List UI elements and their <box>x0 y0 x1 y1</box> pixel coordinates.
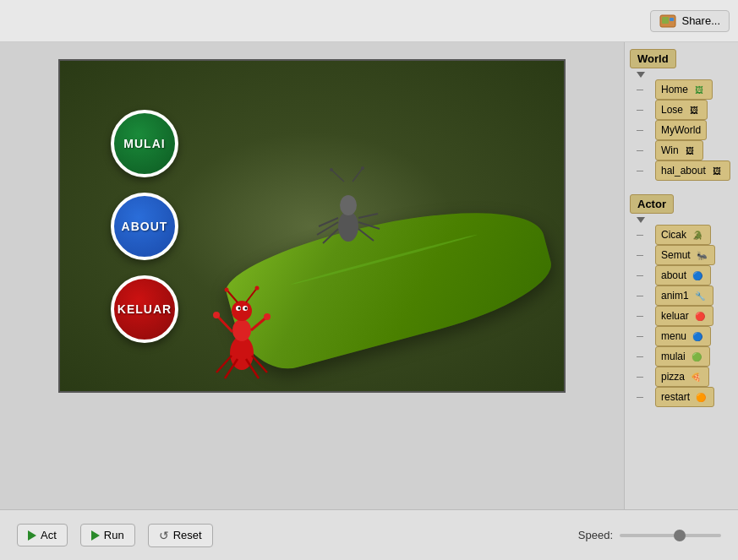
reset-label: Reset <box>173 529 202 541</box>
about-icon: 🔵 <box>690 269 705 281</box>
svg-point-26 <box>255 286 260 291</box>
svg-line-10 <box>358 222 380 229</box>
about-item[interactable]: about 🔵 <box>637 265 711 285</box>
cicak-label: Cicak <box>661 229 686 241</box>
svg-line-12 <box>331 170 344 182</box>
svg-point-22 <box>245 307 248 310</box>
svg-point-21 <box>238 307 241 310</box>
svg-rect-2 <box>670 18 674 21</box>
act-label: Act <box>41 529 57 541</box>
semut-label: Semut <box>661 249 691 261</box>
top-bar: Share... <box>0 0 738 42</box>
menu-label: menu <box>661 330 686 342</box>
hal-about-item[interactable]: hal_about 🖼 <box>637 160 730 181</box>
restart-item[interactable]: restart 🟠 <box>637 387 714 407</box>
actor-expand-icon <box>637 217 645 223</box>
myworld-item[interactable]: MyWorld <box>637 120 707 140</box>
pizza-icon: 🍕 <box>688 371 703 383</box>
world-section: World Home 🖼 Lose 🖼 MyWorld <box>630 49 733 181</box>
keluar-label: keluar <box>661 310 689 322</box>
pizza-label: pizza <box>661 371 685 383</box>
svg-line-23 <box>227 290 238 302</box>
mulai-icon: 🟢 <box>689 351 704 362</box>
win-item[interactable]: Win 🖼 <box>637 140 703 160</box>
svg-line-8 <box>323 229 338 243</box>
share-label: Share... <box>681 14 720 27</box>
svg-point-14 <box>330 168 333 171</box>
cicak-item[interactable]: Cicak 🐊 <box>637 225 711 245</box>
sidebar: World Home 🖼 Lose 🖼 MyWorld <box>624 42 738 509</box>
menu-buttons: MULAI ABOUT KELUAR <box>111 110 178 343</box>
semut-icon: 🐜 <box>694 249 709 261</box>
anim1-icon: 🔧 <box>692 290 708 302</box>
restart-icon: 🟠 <box>693 391 708 403</box>
speed-area: Speed: <box>578 529 721 541</box>
cicak-icon: 🐊 <box>690 229 705 241</box>
actor-label[interactable]: Actor <box>630 194 674 214</box>
svg-line-13 <box>353 168 363 182</box>
act-button[interactable]: Act <box>17 524 68 546</box>
restart-label: restart <box>661 391 690 403</box>
keluar-item[interactable]: keluar 🔴 <box>637 306 713 326</box>
mulai-button[interactable]: MULAI <box>111 110 178 177</box>
semut-item[interactable]: Semut 🐜 <box>637 245 715 265</box>
anim1-label: anim1 <box>661 290 689 302</box>
about-label: about <box>661 269 686 281</box>
anim1-item[interactable]: anim1 🔧 <box>637 285 713 306</box>
win-label: Win <box>661 144 679 156</box>
red-ant-character <box>208 281 276 383</box>
actor-section: Actor Cicak 🐊 Semut 🐜 about 🔵 <box>630 194 733 407</box>
svg-line-11 <box>358 229 374 241</box>
run-play-icon <box>91 530 100 541</box>
run-label: Run <box>104 529 124 541</box>
run-button[interactable]: Run <box>80 524 135 546</box>
gray-ant <box>310 163 386 256</box>
pizza-item[interactable]: pizza 🍕 <box>637 367 709 387</box>
svg-point-25 <box>225 288 229 292</box>
share-icon <box>659 14 676 28</box>
speed-label: Speed: <box>578 529 613 541</box>
reset-button[interactable]: ↺ Reset <box>148 524 213 547</box>
svg-point-30 <box>264 313 271 320</box>
svg-line-24 <box>246 288 257 302</box>
home-item[interactable]: Home 🖼 <box>637 79 713 100</box>
svg-point-18 <box>232 301 252 321</box>
reset-icon: ↺ <box>159 529 169 542</box>
svg-line-9 <box>358 214 378 218</box>
svg-point-15 <box>361 166 364 170</box>
lose-item[interactable]: Lose 🖼 <box>637 100 708 120</box>
svg-line-6 <box>319 218 338 226</box>
menu-item[interactable]: menu 🔵 <box>637 326 711 346</box>
speed-slider[interactable] <box>620 534 721 537</box>
svg-point-17 <box>232 319 251 341</box>
main-area: MULAI ABOUT KELUAR <box>0 42 738 509</box>
keluar-button[interactable]: KELUAR <box>111 275 178 343</box>
canvas-area: MULAI ABOUT KELUAR <box>0 42 624 509</box>
share-button[interactable]: Share... <box>650 10 730 32</box>
svg-point-4 <box>340 195 357 215</box>
mulai-item[interactable]: mulai 🟢 <box>637 346 710 367</box>
win-icon: 🖼 <box>682 144 697 156</box>
world-label[interactable]: World <box>630 49 676 68</box>
myworld-label: MyWorld <box>661 124 701 136</box>
about-button[interactable]: ABOUT <box>111 193 178 260</box>
bottom-toolbar: Act Run ↺ Reset Speed: <box>0 509 738 560</box>
svg-line-27 <box>216 315 232 332</box>
svg-point-3 <box>338 211 358 242</box>
svg-point-29 <box>213 312 220 318</box>
lose-label: Lose <box>661 104 683 116</box>
hal-about-icon: 🖼 <box>709 165 724 177</box>
menu-icon: 🔵 <box>690 330 705 342</box>
hal-about-label: hal_about <box>661 165 706 177</box>
mulai-label: mulai <box>661 351 686 362</box>
act-play-icon <box>28 530 36 541</box>
home-icon: 🖼 <box>692 84 707 95</box>
game-canvas: MULAI ABOUT KELUAR <box>58 59 566 393</box>
svg-rect-1 <box>662 17 669 24</box>
home-label: Home <box>661 84 688 95</box>
keluar-icon: 🔴 <box>692 310 708 322</box>
lose-icon: 🖼 <box>686 104 702 116</box>
world-expand-icon <box>637 72 645 78</box>
